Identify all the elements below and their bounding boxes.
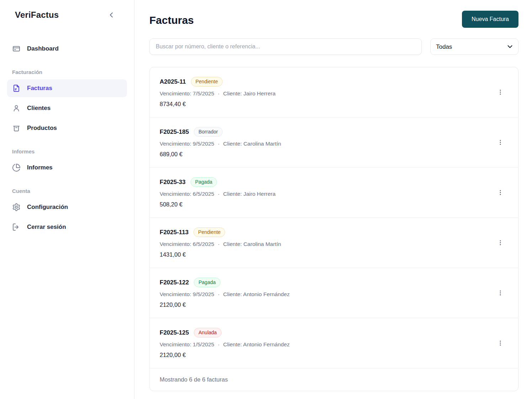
sidebar-item-configuracion[interactable]: Configuración	[7, 198, 127, 216]
invoice-due-date: Vencimiento: 9/5/2025	[160, 141, 214, 147]
status-badge: Anulada	[194, 328, 221, 337]
meta-separator: ·	[218, 241, 219, 247]
main-content: Facturas Nueva Factura Todas A2025-11 Pe…	[134, 0, 532, 399]
row-actions-button[interactable]	[495, 287, 506, 299]
invoice-list: A2025-11 Pendiente Vencimiento: 7/5/2025…	[149, 67, 518, 391]
meta-separator: ·	[218, 291, 219, 298]
sidebar-item-label: Configuración	[27, 204, 68, 211]
invoice-client: Cliente: Antonio Fernández	[223, 291, 290, 298]
new-invoice-button[interactable]: Nueva Factura	[462, 11, 518, 28]
gear-icon	[12, 203, 21, 211]
status-filter-select[interactable]: Todas	[430, 38, 518, 55]
invoice-row[interactable]: F2025-113 Pendiente Vencimiento: 6/5/202…	[150, 218, 518, 268]
kebab-icon	[497, 89, 504, 96]
sidebar-item-label: Facturas	[27, 85, 52, 92]
invoice-row[interactable]: F2025-122 Pagada Vencimiento: 9/5/2025 ·…	[150, 268, 518, 318]
status-badge: Borrador	[194, 127, 222, 137]
status-badge: Pagada	[194, 278, 220, 287]
invoice-amount: 689,00 €	[160, 151, 281, 158]
credit-card-icon	[12, 44, 21, 53]
invoice-client: Cliente: Carolina Martín	[223, 241, 281, 247]
chevron-left-icon	[107, 11, 116, 19]
invoice-due-date: Vencimiento: 1/5/2025	[160, 341, 214, 348]
sidebar-item-informes[interactable]: Informes	[7, 159, 127, 177]
list-summary: Mostrando 6 de 6 facturas	[150, 368, 518, 391]
invoice-client: Cliente: Jairo Herrera	[223, 90, 276, 97]
kebab-icon	[497, 340, 504, 347]
sidebar-nav: Dashboard Facturación Facturas Clientes …	[7, 40, 127, 236]
sidebar-section-cuenta: Cuenta	[12, 188, 122, 194]
invoice-client: Cliente: Carolina Martín	[223, 141, 281, 147]
invoice-number: F2025-122	[160, 279, 189, 286]
row-actions-button[interactable]	[495, 137, 506, 148]
invoice-client: Cliente: Jairo Herrera	[223, 191, 276, 197]
sidebar-item-label: Clientes	[27, 105, 50, 112]
invoice-row[interactable]: F2025-185 Borrador Vencimiento: 9/5/2025…	[150, 117, 518, 168]
invoice-client: Cliente: Antonio Fernández	[223, 341, 290, 348]
status-badge: Pendiente	[193, 227, 225, 237]
invoice-document-icon	[12, 84, 21, 93]
invoice-number: F2025-185	[160, 128, 189, 136]
invoice-number: F2025-113	[160, 229, 188, 236]
kebab-icon	[497, 139, 504, 146]
invoice-due-date: Vencimiento: 6/5/2025	[160, 191, 214, 197]
sidebar-item-label: Cerrar sesión	[27, 224, 66, 231]
sidebar-collapse-button[interactable]	[107, 11, 116, 19]
sidebar-item-label: Informes	[27, 164, 53, 171]
kebab-icon	[497, 189, 504, 196]
sidebar-item-clientes[interactable]: Clientes	[7, 99, 127, 117]
sidebar-item-cerrar-sesion[interactable]: Cerrar sesión	[7, 218, 127, 236]
meta-separator: ·	[218, 90, 219, 97]
meta-separator: ·	[218, 341, 219, 348]
kebab-icon	[497, 289, 504, 296]
invoice-due-date: Vencimiento: 7/5/2025	[160, 90, 214, 97]
user-icon	[12, 104, 21, 112]
invoice-due-date: Vencimiento: 9/5/2025	[160, 291, 214, 298]
invoice-amount: 1431,00 €	[160, 251, 281, 258]
logout-icon	[12, 223, 21, 231]
sidebar: VeriFactus Dashboard Facturación Factura…	[0, 0, 134, 399]
invoice-number: F2025-125	[160, 329, 189, 336]
row-actions-button[interactable]	[495, 237, 506, 248]
page-title: Facturas	[149, 11, 194, 26]
row-actions-button[interactable]	[495, 187, 506, 198]
meta-separator: ·	[218, 141, 219, 147]
invoice-row[interactable]: A2025-11 Pendiente Vencimiento: 7/5/2025…	[150, 67, 518, 117]
sidebar-item-facturas[interactable]: Facturas	[7, 79, 127, 97]
meta-separator: ·	[218, 191, 219, 197]
invoice-amount: 8734,40 €	[160, 101, 276, 107]
search-input[interactable]	[149, 38, 422, 55]
status-badge: Pagada	[191, 177, 217, 187]
box-icon	[12, 124, 21, 132]
invoice-number: A2025-11	[160, 78, 186, 85]
invoice-number: F2025-33	[160, 179, 186, 186]
invoice-amount: 2120,00 €	[160, 301, 290, 308]
row-actions-button[interactable]	[495, 337, 506, 349]
invoice-amount: 2120,00 €	[160, 352, 290, 358]
sidebar-item-label: Dashboard	[27, 45, 59, 52]
sidebar-section-facturacion: Facturación	[12, 69, 122, 75]
sidebar-header: VeriFactus	[7, 10, 127, 20]
status-badge: Pendiente	[191, 77, 223, 86]
app-logo: VeriFactus	[15, 10, 59, 20]
pie-chart-icon	[12, 163, 21, 172]
sidebar-item-productos[interactable]: Productos	[7, 119, 127, 137]
sidebar-item-label: Productos	[27, 125, 57, 132]
sidebar-section-informes: Informes	[12, 148, 122, 154]
invoice-row[interactable]: F2025-33 Pagada Vencimiento: 6/5/2025 · …	[150, 168, 518, 218]
invoice-row[interactable]: F2025-125 Anulada Vencimiento: 1/5/2025 …	[150, 318, 518, 368]
invoice-amount: 508,20 €	[160, 201, 276, 208]
sidebar-item-dashboard[interactable]: Dashboard	[7, 40, 127, 58]
invoice-due-date: Vencimiento: 6/5/2025	[160, 241, 214, 247]
status-filter: Todas	[430, 38, 518, 55]
row-actions-button[interactable]	[495, 86, 506, 98]
kebab-icon	[497, 239, 504, 246]
